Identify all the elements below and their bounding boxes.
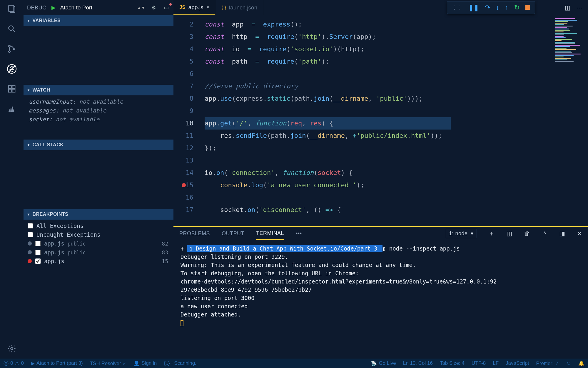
- status-encoding[interactable]: UTF-8: [472, 360, 486, 366]
- debug-icon[interactable]: [6, 64, 17, 74]
- line-number[interactable]: 3: [173, 31, 193, 43]
- code-line[interactable]: socket.on('disconnect', () => {: [205, 204, 553, 216]
- status-signin[interactable]: 👤 Sign in: [133, 360, 157, 367]
- debug-toolbar[interactable]: ⋮⋮ ❚❚ ↷ ↓ ↑ ↻: [447, 1, 535, 14]
- status-bell-icon[interactable]: 🔔: [578, 360, 584, 367]
- new-terminal-icon[interactable]: ＋: [489, 230, 495, 238]
- line-number[interactable]: 17: [173, 204, 193, 216]
- code-line[interactable]: [205, 68, 553, 80]
- search-icon[interactable]: [6, 24, 17, 34]
- status-errors[interactable]: ⓧ 0 ⚠ 0: [4, 360, 24, 367]
- line-number[interactable]: 10: [173, 117, 193, 130]
- panel-tab-output[interactable]: OUTPUT: [222, 228, 244, 240]
- step-out-icon[interactable]: ↑: [505, 4, 508, 11]
- breakpoint-checkbox[interactable]: [28, 223, 33, 228]
- breakpoint-checkbox[interactable]: [35, 241, 41, 246]
- code-line[interactable]: const io = require('socket.io')(http);: [205, 43, 553, 55]
- step-into-icon[interactable]: ↓: [496, 4, 499, 11]
- more-actions-icon[interactable]: ⋯: [577, 4, 583, 11]
- line-number[interactable]: 9: [173, 105, 193, 117]
- close-panel-icon[interactable]: ✕: [577, 230, 582, 237]
- code-line[interactable]: console.log('a new user connected ');: [205, 179, 553, 191]
- explorer-icon[interactable]: [6, 4, 17, 14]
- status-feedback-icon[interactable]: ☺: [566, 360, 571, 366]
- code-line[interactable]: app.get('/', function(req, res) {: [205, 117, 451, 130]
- breakpoint-row[interactable]: app.js public83: [24, 248, 173, 257]
- breakpoint-row[interactable]: app.js15: [24, 257, 173, 266]
- line-number[interactable]: 11: [173, 130, 193, 142]
- code-line[interactable]: });: [205, 142, 553, 154]
- watch-row[interactable]: messages: not available: [24, 106, 173, 115]
- settings-gear-icon[interactable]: [6, 343, 17, 354]
- code-line[interactable]: const http = require('http').Server(app)…: [205, 31, 553, 43]
- debug-config-select[interactable]: Atach to Port: [60, 4, 133, 11]
- panel-overflow-icon[interactable]: •••: [296, 231, 302, 237]
- breakpoint-marker[interactable]: [182, 183, 186, 187]
- line-number[interactable]: 14: [173, 167, 193, 179]
- extensions-icon[interactable]: [6, 84, 17, 94]
- breakpoint-checkbox[interactable]: [35, 250, 41, 255]
- panel-tab-terminal[interactable]: TERMINAL: [256, 227, 284, 240]
- restart-icon[interactable]: ↻: [514, 4, 519, 11]
- step-over-icon[interactable]: ↷: [485, 4, 490, 11]
- breakpoint-row[interactable]: Uncaught Exceptions: [24, 230, 173, 239]
- config-chevron-icon[interactable]: ▲▼: [137, 5, 145, 10]
- watch-row[interactable]: usernameInput: not available: [24, 97, 173, 106]
- terminal-select[interactable]: 1: node ▾: [446, 229, 477, 238]
- terminal-output[interactable]: ✝ ▯ Design and Build a Chat App With Soc…: [173, 240, 588, 359]
- line-number[interactable]: 4: [173, 43, 193, 55]
- tab-app-js[interactable]: JS app.js ×: [173, 0, 216, 15]
- scm-icon[interactable]: [6, 44, 17, 54]
- section-header-breakpoints[interactable]: ▾BREAKPOINTS: [24, 209, 173, 220]
- status-scanning[interactable]: {..} : Scanning..: [164, 360, 198, 366]
- line-number[interactable]: 5: [173, 55, 193, 68]
- debug-console-icon[interactable]: ▭: [162, 4, 170, 11]
- status-tabsize[interactable]: Tab Size: 4: [440, 360, 465, 366]
- code-line[interactable]: res.sendFile(path.join(__dirname, +'publ…: [205, 130, 553, 142]
- start-debug-icon[interactable]: ▶: [51, 4, 56, 11]
- stop-icon[interactable]: [525, 4, 530, 11]
- breakpoint-checkbox[interactable]: [28, 232, 33, 237]
- status-debug[interactable]: ▶ Atach to Port (part 3): [31, 360, 83, 367]
- status-language[interactable]: JavaScript: [506, 360, 529, 366]
- section-header-watch[interactable]: ▾WATCH: [24, 85, 173, 95]
- code-area[interactable]: const app = express();const http = requi…: [199, 15, 553, 226]
- status-eol[interactable]: LF: [493, 360, 499, 366]
- code-line[interactable]: const app = express();: [205, 18, 553, 31]
- code-line[interactable]: const path = require('path');: [205, 55, 553, 68]
- panel-tab-problems[interactable]: PROBLEMS: [179, 228, 210, 240]
- toolbar-grip-icon[interactable]: ⋮⋮: [452, 4, 462, 11]
- line-number[interactable]: 8: [173, 92, 193, 105]
- watch-row[interactable]: socket: not available: [24, 115, 173, 124]
- debug-settings-gear-icon[interactable]: ⚙: [150, 4, 158, 11]
- pause-icon[interactable]: ❚❚: [468, 4, 479, 11]
- line-number[interactable]: 13: [173, 154, 193, 167]
- split-terminal-icon[interactable]: ◫: [507, 230, 512, 237]
- breakpoint-row[interactable]: All Exceptions: [24, 221, 173, 230]
- code-line[interactable]: app.use(express.static(path.join(__dirna…: [205, 92, 553, 105]
- status-position[interactable]: Ln 10, Col 16: [403, 360, 433, 366]
- code-line[interactable]: [205, 154, 553, 167]
- code-line[interactable]: //Serve public directory: [205, 80, 553, 92]
- kill-terminal-icon[interactable]: 🗑: [524, 230, 530, 237]
- code-line[interactable]: [205, 191, 553, 204]
- code-editor[interactable]: 234567891011121314151617 const app = exp…: [173, 15, 588, 226]
- code-line[interactable]: [205, 105, 553, 117]
- line-number[interactable]: 6: [173, 68, 193, 80]
- status-resolver[interactable]: TSH Resolver ✓: [90, 360, 127, 367]
- line-number[interactable]: 2: [173, 18, 193, 31]
- section-header-callstack[interactable]: ▾CALL STACK: [24, 140, 173, 150]
- close-tab-icon[interactable]: ×: [206, 4, 210, 10]
- tab-launch-json[interactable]: { } launch.json: [216, 0, 263, 15]
- line-number[interactable]: 12: [173, 142, 193, 154]
- line-number[interactable]: 16: [173, 191, 193, 204]
- line-gutter[interactable]: 234567891011121314151617: [173, 15, 199, 226]
- line-number[interactable]: 7: [173, 80, 193, 92]
- split-editor-icon[interactable]: ◫: [565, 4, 570, 11]
- minimap[interactable]: [553, 15, 588, 226]
- toggle-panel-icon[interactable]: ◨: [559, 230, 565, 237]
- section-header-variables[interactable]: ▾VARIABLES: [24, 15, 173, 26]
- status-prettier[interactable]: Prettier: ✓: [536, 360, 559, 367]
- azure-icon[interactable]: [6, 104, 17, 114]
- maximize-panel-icon[interactable]: ＾: [542, 230, 548, 238]
